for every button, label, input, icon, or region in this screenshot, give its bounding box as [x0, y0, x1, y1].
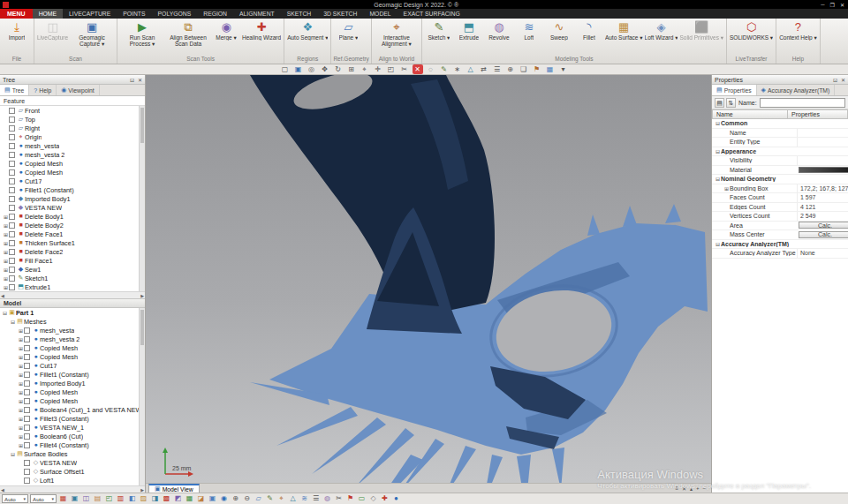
feature-tree-item[interactable]: ▱ Top [0, 115, 145, 124]
statusbar-icon[interactable]: ⚑ [345, 493, 355, 504]
properties-tab[interactable]: ◈ Accuracy Analyzer(TM) [757, 85, 836, 95]
ribbon-button-livecapture[interactable]: ◫LiveCapture [36, 19, 69, 41]
ribbon-button-align-between-scan-data[interactable]: ⧉Align Between Scan Data [165, 19, 211, 49]
expander-icon[interactable]: ⊞ [18, 372, 24, 378]
feature-tree-item[interactable]: ● Fillet1 (Constant) [0, 185, 145, 194]
statusbar-icon[interactable]: ▨ [139, 493, 148, 504]
visibility-checkbox[interactable] [9, 134, 15, 140]
ribbon-button-run-scan-process[interactable]: ▶Run Scan Process ▾ [119, 19, 165, 49]
expander-icon[interactable]: ⊞ [18, 380, 24, 387]
ribbon-button-interactive-alignment[interactable]: ⌖Interactive Alignment ▾ [374, 19, 420, 49]
statusbar-icon[interactable]: ◍ [322, 493, 332, 504]
visibility-checkbox[interactable] [9, 222, 15, 229]
expander-icon[interactable]: ⊞ [18, 327, 24, 334]
feature-tree-item[interactable]: ◆ VESTA NEW [0, 203, 145, 212]
visibility-checkbox[interactable] [9, 187, 15, 193]
expander-icon[interactable]: ⊞ [18, 398, 24, 404]
pin-icon[interactable]: ⊡ [130, 77, 134, 83]
scrollbar-horizontal[interactable]: ◀ ▶ [0, 485, 145, 493]
feature-tree-item[interactable]: ◆ Imported Body1 [0, 194, 145, 203]
statusbar-icon[interactable]: ▦ [185, 493, 194, 504]
statusbar-icon[interactable]: ✂ [334, 493, 344, 504]
visibility-checkbox[interactable] [24, 380, 30, 387]
ribbon-tab[interactable]: POLYGONS [152, 9, 198, 19]
toolbar-icon[interactable]: ▣ [293, 64, 304, 74]
toolbar-icon[interactable]: ▾ [558, 64, 569, 74]
expander-icon[interactable]: ⊞ [18, 345, 24, 351]
expander-icon[interactable]: ⊞ [3, 222, 9, 229]
ribbon-button-healing-wizard[interactable]: ✚Healing Wizard [241, 19, 282, 41]
statusbar-icon[interactable]: ✎ [265, 493, 275, 504]
toolbar-icon[interactable]: ✥ [320, 64, 330, 74]
statusbar-icon[interactable]: ✚ [380, 493, 390, 504]
property-row[interactable]: Area Calc. [712, 222, 848, 231]
property-row[interactable]: Visibility [712, 156, 848, 166]
feature-tree-item[interactable]: ⊞ ◆ Sew1 [0, 265, 145, 274]
property-row[interactable]: Name [712, 129, 848, 139]
ribbon-tab[interactable]: MODEL [363, 9, 397, 19]
view-tab-control-icon[interactable]: ≡ [675, 485, 678, 491]
ribbon-tab[interactable]: POINTS [117, 9, 151, 19]
visibility-checkbox[interactable] [24, 363, 30, 369]
expander-icon[interactable]: ⊟ [715, 148, 721, 154]
model-tree-item[interactable]: ⊞ ● Imported Body1 [0, 379, 145, 387]
statusbar-icon[interactable]: ◉ [219, 493, 229, 504]
expander-icon[interactable]: ⊞ [3, 284, 9, 290]
statusbar-icon[interactable]: ▩ [162, 493, 171, 504]
visibility-checkbox[interactable] [9, 143, 15, 149]
name-input[interactable] [760, 98, 845, 108]
visibility-checkbox[interactable] [9, 240, 15, 246]
scrollbar-vertical[interactable] [139, 106, 145, 291]
ribbon-button-merge[interactable]: ◉Merge ▾ [211, 19, 241, 41]
model-tree-item[interactable]: ⊟ ▤ Surface Bodies [0, 449, 145, 458]
visibility-checkbox[interactable] [24, 442, 30, 448]
visibility-checkbox[interactable] [24, 425, 30, 431]
visibility-checkbox[interactable] [24, 416, 30, 422]
statusbar-icon[interactable]: ▦ [58, 493, 68, 504]
model-tree-item[interactable]: ⊞ ● Copied Mesh [0, 396, 145, 405]
visibility-checkbox[interactable] [9, 231, 15, 237]
tree-panel-tab[interactable]: ? Help [29, 85, 57, 95]
expander-icon[interactable]: ⊞ [3, 258, 9, 264]
statusbar-icon[interactable]: ▤ [93, 493, 102, 504]
statusbar-icon[interactable]: ● [391, 493, 401, 504]
property-row[interactable]: ⊟ Common [712, 119, 848, 129]
ribbon-button-import[interactable]: ⤓Import [2, 19, 32, 41]
feature-tree-item[interactable]: ● Copied Mesh [0, 168, 145, 177]
property-row[interactable]: ⊟ Nominal Geometry [712, 175, 848, 184]
visibility-checkbox[interactable] [9, 169, 15, 176]
visibility-checkbox[interactable] [9, 178, 15, 184]
visibility-checkbox[interactable] [9, 152, 15, 158]
toolbar-icon[interactable]: ✕ [413, 64, 423, 74]
model-view-tab[interactable]: ▣ Model View [148, 484, 200, 493]
feature-tree-item[interactable]: ● mesh_vesta 2 [0, 150, 145, 159]
toolbar-icon[interactable]: ◎ [307, 64, 317, 74]
property-row[interactable]: ⊟ Accuracy Analyzer(TM) [712, 240, 848, 250]
feature-tree-item[interactable]: ▱ Right [0, 124, 145, 132]
visibility-checkbox[interactable] [24, 407, 30, 413]
properties-tool-icon[interactable]: ⇅ [726, 98, 736, 108]
feature-tree-item[interactable]: ⌖ Origin [0, 132, 145, 141]
visibility-checkbox[interactable] [24, 354, 30, 360]
close-icon[interactable]: ✕ [841, 77, 845, 83]
toolbar-icon[interactable]: ▦ [545, 64, 556, 74]
statusbar-icon[interactable]: ◫ [81, 493, 91, 504]
scrollbar-vertical[interactable] [139, 308, 145, 485]
expander-icon[interactable]: ⊞ [18, 354, 24, 360]
visibility-checkbox[interactable] [9, 267, 15, 273]
visibility-checkbox[interactable] [24, 460, 30, 466]
statusbar-icon[interactable]: ◪ [196, 493, 206, 504]
visibility-checkbox[interactable] [9, 214, 15, 220]
feature-tree-item[interactable]: ⊞ ■ Delete Face2 [0, 247, 145, 256]
property-row[interactable]: Faces Count 1 597 [712, 193, 848, 203]
expander-icon[interactable]: ⊟ [10, 319, 16, 325]
toolbar-icon[interactable]: ⊕ [505, 64, 516, 74]
model-tree-item[interactable]: ⊞ ● Cut17 [0, 361, 145, 370]
ribbon-button-sweep[interactable]: ∿Sweep [544, 19, 574, 41]
properties-tab[interactable]: ▤ Properties [712, 85, 757, 95]
view-tab-control-icon[interactable]: ▴ [690, 485, 693, 492]
model-tree-item[interactable]: ◇ Loft1 [0, 476, 145, 485]
expander-icon[interactable]: ⊞ [18, 336, 24, 342]
property-row[interactable]: ⊟ Appearance [712, 147, 848, 157]
toolbar-icon[interactable]: ↻ [333, 64, 344, 74]
